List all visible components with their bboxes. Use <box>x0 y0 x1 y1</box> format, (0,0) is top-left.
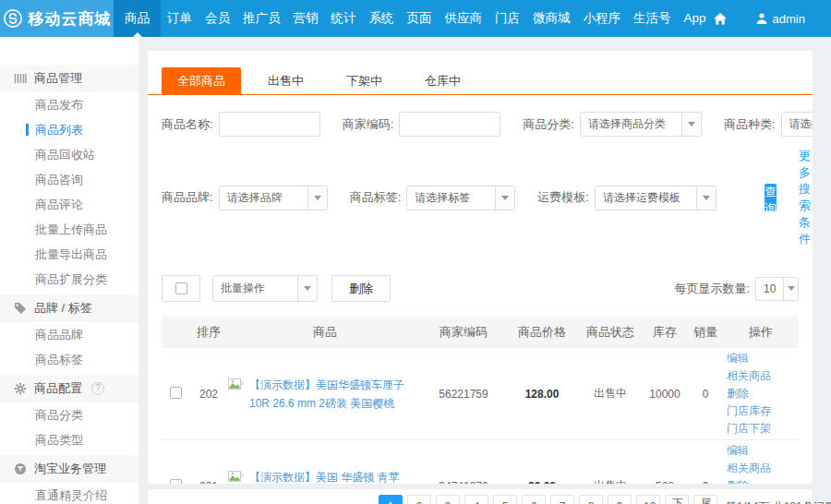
sidebar-item[interactable]: 商品发布 <box>0 92 138 117</box>
row-select[interactable] <box>162 477 189 485</box>
kind-select[interactable]: 请选择 <box>781 112 813 137</box>
topnav-item[interactable]: 营销 <box>287 0 325 37</box>
delete-link[interactable]: 删除 <box>727 477 749 484</box>
topnav-item[interactable]: 会员 <box>199 0 236 37</box>
store-offshelf-link[interactable]: 门店下架 <box>727 420 771 438</box>
sidebar-item[interactable]: 商品回收站 <box>0 142 138 167</box>
topnav-item[interactable]: 生活号 <box>627 0 678 37</box>
page-button[interactable]: 1 <box>379 495 403 504</box>
topnav-item[interactable]: 推广员 <box>236 0 287 37</box>
column-header: 销量 <box>688 324 723 341</box>
status-tab[interactable]: 仓库中 <box>409 67 476 94</box>
sidebar-item[interactable]: 批量导出商品 <box>0 242 138 267</box>
sidebar-item[interactable]: 商品列表 <box>0 117 138 142</box>
row-sales: 0 <box>688 386 723 402</box>
freight-select[interactable]: 请选择运费模板 <box>595 186 717 210</box>
topnav-item[interactable]: 统计 <box>325 0 363 37</box>
page-button[interactable]: 5 <box>493 495 517 504</box>
row-merchant-code: 34741370 <box>422 478 505 485</box>
page-button[interactable]: 2 <box>407 495 431 504</box>
merchant-code-input[interactable] <box>399 112 500 137</box>
tag-label: 商品标签: <box>350 189 402 206</box>
batch-action-value: 批量操作 <box>213 281 297 296</box>
row-select[interactable] <box>162 385 189 403</box>
checkbox-icon[interactable] <box>170 479 182 485</box>
store-stock-link[interactable]: 门店库存 <box>727 402 771 420</box>
checkbox-icon[interactable] <box>170 387 182 399</box>
sidebar-item[interactable]: 商品类型 <box>0 427 138 452</box>
product-link[interactable]: 【演示数据】美国华盛顿车厘子10R 26.6 mm 2磅装 美国樱桃 <box>249 376 409 413</box>
sidebar-item[interactable]: 批量上传商品 <box>0 217 138 242</box>
page-button[interactable]: 7 <box>550 495 574 504</box>
home-icon[interactable] <box>713 12 728 26</box>
related-products-link[interactable]: 相关商品 <box>727 460 771 477</box>
table-row: 202 【演示数据】美国华盛顿车厘子10R 26.6 mm 2磅装 美国樱桃 5… <box>162 348 799 440</box>
chevron-down-icon <box>783 278 798 300</box>
topnav-item[interactable]: 微商城 <box>526 0 577 37</box>
topnav-item[interactable]: 订单 <box>161 0 199 37</box>
topnav-item[interactable]: 系统 <box>363 0 401 37</box>
next-page-button[interactable]: 下一页 <box>665 495 689 504</box>
sidebar-section-header[interactable]: 品牌 / 标签 <box>0 294 138 322</box>
sidebar-section-title: 商品管理 <box>34 70 82 87</box>
filter-brand: 商品品牌: 请选择品牌 <box>162 186 328 210</box>
topnav-item[interactable]: 门店 <box>488 0 526 37</box>
status-tab[interactable]: 下架中 <box>331 67 398 94</box>
app-logo[interactable]: 移动云商城 <box>0 0 114 37</box>
topnav-item[interactable]: App <box>678 0 713 37</box>
batch-action-select[interactable]: 批量操作 <box>212 275 318 302</box>
edit-link[interactable]: 编辑 <box>727 350 749 367</box>
sidebar-item[interactable]: 商品扩展分类 <box>0 267 138 292</box>
sidebar-item[interactable]: 直通精灵介绍 <box>0 483 138 504</box>
sidebar-section-header[interactable]: 商品配置 ? <box>0 375 138 402</box>
select-all-button[interactable] <box>162 275 200 302</box>
page-button[interactable]: 8 <box>579 495 603 504</box>
sidebar-section-header[interactable]: 商品管理 <box>0 65 138 92</box>
sidebar-section-header[interactable]: 淘宝业务管理 <box>0 455 138 483</box>
related-products-link[interactable]: 相关商品 <box>727 367 771 385</box>
topnav-item-label: 推广员 <box>243 11 281 25</box>
page-number: 2 <box>416 500 423 504</box>
sidebar-section: 商品管理 商品发布 商品列表 商品回收站 商品咨询 商品评论 批量上传商品 批量… <box>0 65 138 292</box>
row-merchant-code: 56221759 <box>422 386 505 402</box>
checkbox-icon[interactable] <box>175 282 187 294</box>
sidebar-item[interactable]: 商品咨询 <box>0 167 138 192</box>
page-button[interactable]: 9 <box>608 495 632 504</box>
search-button[interactable]: 查询 <box>765 184 777 211</box>
brand-select[interactable]: 请选择品牌 <box>219 186 328 210</box>
user-menu[interactable]: admin <box>755 12 805 26</box>
product-link[interactable]: 【演示数据】美国 华盛顿 青苹果4个装 单果140-170g <box>249 468 409 485</box>
tag-select-value: 请选择标签 <box>407 190 495 206</box>
page-button[interactable]: 10 <box>636 495 660 504</box>
tag-select[interactable]: 请选择标签 <box>406 186 515 210</box>
edit-link[interactable]: 编辑 <box>727 442 749 460</box>
more-filters-link[interactable]: 更多搜索条件 <box>799 148 813 247</box>
sidebar-item[interactable]: 商品标签 <box>0 347 138 372</box>
topnav-item[interactable]: 商品 <box>114 0 161 37</box>
row-price: 128.00 <box>505 386 579 402</box>
sidebar-item-label: 商品列表 <box>35 123 83 137</box>
per-page-select[interactable]: 10 <box>755 277 799 301</box>
category-select[interactable]: 请选择商品分类 <box>580 112 702 137</box>
topnav-item[interactable]: 小程序 <box>577 0 628 37</box>
topnav-item[interactable]: 供应商 <box>439 0 489 37</box>
page-button[interactable]: 4 <box>464 495 488 504</box>
delete-link[interactable]: 删除 <box>727 385 749 402</box>
page-button[interactable]: 3 <box>436 495 460 504</box>
help-icon[interactable]: ? <box>91 382 104 395</box>
topnav-item[interactable]: 页面 <box>401 0 439 37</box>
sidebar-item[interactable]: 商品评论 <box>0 192 138 217</box>
status-tab[interactable]: 全部商品 <box>162 67 241 94</box>
topnav-item-label: 门店 <box>495 11 520 25</box>
sidebar-item-label: 商品回收站 <box>35 148 95 162</box>
topnav-item-label: 统计 <box>331 11 356 25</box>
taobao-icon <box>14 462 27 475</box>
last-page-button[interactable]: 尾页 <box>693 495 717 504</box>
sidebar-item[interactable]: 商品品牌 <box>0 322 138 347</box>
status-tab[interactable]: 出售中 <box>252 67 319 94</box>
sidebar-item[interactable]: 商品分类 <box>0 402 138 427</box>
product-name-input[interactable] <box>219 112 320 137</box>
page-number: 1 <box>388 500 394 504</box>
page-button[interactable]: 6 <box>522 495 546 504</box>
delete-button[interactable]: 删除 <box>331 275 391 302</box>
